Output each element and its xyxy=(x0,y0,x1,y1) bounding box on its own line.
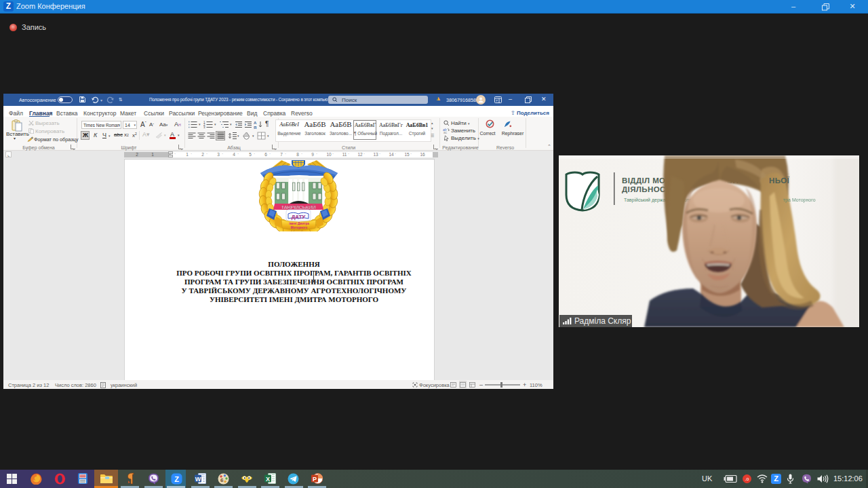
svg-text:імені Дмитра: імені Дмитра xyxy=(289,222,309,225)
svg-text:тра Моторного: тра Моторного xyxy=(783,198,816,203)
svg-text:Z: Z xyxy=(174,475,179,483)
svg-text:3: 3 xyxy=(203,126,205,128)
svg-text:Моторного: Моторного xyxy=(291,226,308,229)
svg-text:W: W xyxy=(195,476,201,483)
svg-text:P: P xyxy=(313,476,317,483)
svg-text:X: X xyxy=(266,476,270,483)
svg-text:ДАТУ: ДАТУ xyxy=(292,214,306,220)
svg-text:Я: Я xyxy=(254,126,256,130)
svg-text:6: 6 xyxy=(220,477,224,483)
svg-text:ac: ac xyxy=(443,130,448,134)
svg-text:НЬОЇ: НЬОЇ xyxy=(769,176,790,185)
svg-text:А: А xyxy=(254,121,257,125)
svg-text:ТАВРІЙСЬКИЙ: ТАВРІЙСЬКИЙ xyxy=(281,204,316,210)
